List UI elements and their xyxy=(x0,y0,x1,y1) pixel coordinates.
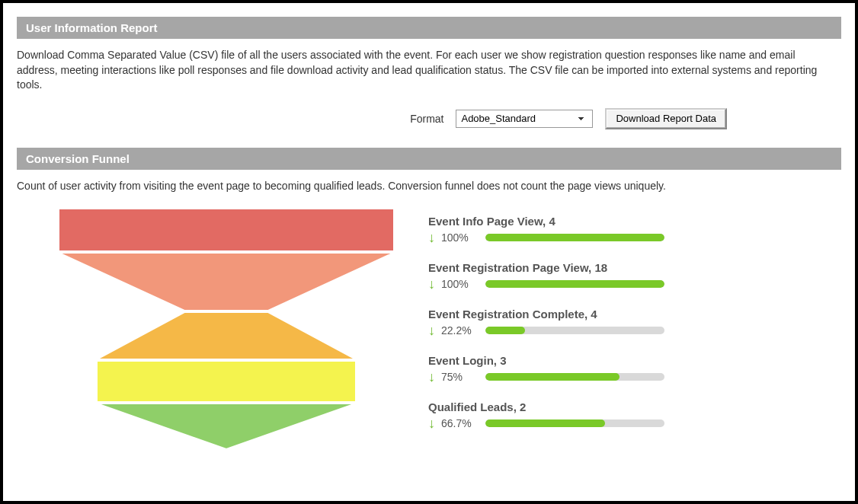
metric-percent: 22.2% xyxy=(441,324,479,337)
user-report-header: User Information Report xyxy=(17,17,841,39)
funnel-metric: Event Info Page View, 4↓100% xyxy=(428,215,841,244)
progress-bar xyxy=(485,234,664,241)
progress-fill xyxy=(485,419,605,427)
user-report-description: Download Comma Separated Value (CSV) fil… xyxy=(17,48,824,93)
funnel-metric: Event Login, 3↓75% xyxy=(428,354,841,384)
svg-marker-3 xyxy=(97,361,356,402)
svg-marker-2 xyxy=(97,312,356,359)
arrow-down-icon: ↓ xyxy=(428,277,435,291)
metric-percent: 75% xyxy=(441,371,479,383)
funnel-description: Count of user activity from visiting the… xyxy=(17,179,824,194)
format-row: Format Adobe_Standard Download Report Da… xyxy=(17,108,841,129)
format-select[interactable]: Adobe_Standard xyxy=(456,110,593,128)
svg-marker-4 xyxy=(97,404,356,449)
metric-label: Event Registration Complete, 4 xyxy=(428,308,841,321)
funnel-metric: Qualified Leads, 2↓66.7% xyxy=(428,400,841,430)
metric-percent: 100% xyxy=(441,231,479,244)
arrow-down-icon: ↓ xyxy=(428,416,435,430)
metric-row: ↓100% xyxy=(428,277,841,291)
funnel-segment xyxy=(59,209,394,251)
metric-label: Event Login, 3 xyxy=(428,354,841,367)
funnel-metric: Event Registration Page View, 18↓100% xyxy=(428,261,841,291)
arrow-down-icon: ↓ xyxy=(428,370,435,384)
progress-fill xyxy=(485,234,664,241)
progress-fill xyxy=(485,373,619,381)
arrow-down-icon: ↓ xyxy=(428,231,435,244)
progress-bar xyxy=(485,373,664,381)
metric-label: Qualified Leads, 2 xyxy=(428,400,841,413)
funnel-segment xyxy=(97,404,356,449)
metric-percent: 66.7% xyxy=(441,417,479,429)
funnel-chart xyxy=(47,209,405,460)
funnel-area: Event Info Page View, 4↓100%Event Regist… xyxy=(17,209,841,460)
funnel-metric: Event Registration Complete, 4↓22.2% xyxy=(428,308,841,337)
format-label: Format xyxy=(410,113,443,125)
metric-row: ↓22.2% xyxy=(428,324,841,337)
metric-percent: 100% xyxy=(441,278,479,290)
metric-row: ↓66.7% xyxy=(428,416,841,430)
progress-fill xyxy=(485,280,664,288)
svg-marker-1 xyxy=(59,253,394,311)
arrow-down-icon: ↓ xyxy=(428,324,435,337)
metric-row: ↓75% xyxy=(428,370,841,384)
progress-bar xyxy=(485,419,664,427)
funnel-header: Conversion Funnel xyxy=(17,148,841,170)
progress-fill xyxy=(485,327,525,334)
metric-label: Event Registration Page View, 18 xyxy=(428,261,841,274)
progress-bar xyxy=(485,280,664,288)
metric-row: ↓100% xyxy=(428,231,841,244)
funnel-segment xyxy=(59,253,394,311)
funnel-metrics: Event Info Page View, 4↓100%Event Regist… xyxy=(428,209,841,447)
svg-marker-0 xyxy=(59,209,394,251)
download-report-button[interactable]: Download Report Data xyxy=(605,108,727,129)
funnel-segment xyxy=(97,312,356,359)
metric-label: Event Info Page View, 4 xyxy=(428,215,841,228)
progress-bar xyxy=(485,327,664,334)
funnel-segment xyxy=(97,361,356,402)
